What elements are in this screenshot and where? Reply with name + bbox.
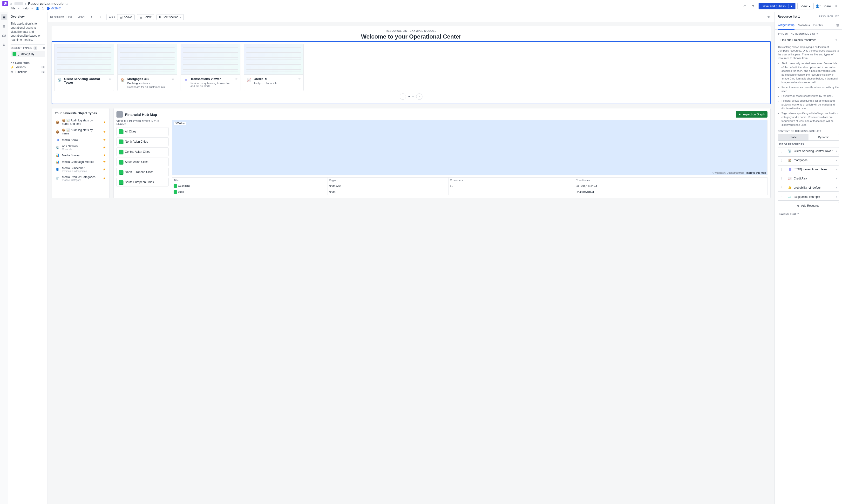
resource-list-item[interactable]: ⋮⋮ 🔔 probability_of_default › (778, 184, 839, 192)
bolt-icon: ⚡ (11, 66, 14, 69)
card-type-icon: ≡ (183, 77, 189, 83)
undo-button[interactable]: ↶ (741, 3, 748, 10)
carousel-dot[interactable] (409, 96, 410, 97)
menu-help[interactable]: Help (22, 7, 29, 10)
star-icon[interactable]: ★ (103, 168, 106, 171)
delete-section-button[interactable]: 🗑 (765, 14, 772, 20)
rp-delete-button[interactable]: 🗑 (836, 23, 839, 27)
move-up-button[interactable]: ↑ (88, 14, 95, 20)
type-select[interactable]: Files and Projects resources▾ (778, 37, 839, 43)
seg-static[interactable]: Static (778, 134, 808, 141)
star-icon[interactable]: ★ (103, 154, 106, 157)
object-type-chip[interactable]: [EMISV] City (11, 51, 45, 57)
person-plus-icon: 👤⁺ (815, 4, 821, 8)
improve-map-link[interactable]: Improve this map (746, 172, 766, 174)
region-item[interactable]: South Asian Cities (117, 158, 169, 166)
chevron-right-icon: › (836, 195, 837, 199)
tab-metadata[interactable]: Metadata (798, 21, 810, 30)
seg-dynamic[interactable]: Dynamic (808, 134, 839, 141)
favorite-item[interactable]: 🖥 Media Show ★ (55, 137, 106, 143)
resource-list-item[interactable]: ⋮⋮ 📡 Client Servicing Control Tower › (778, 147, 839, 155)
rail-page-icon[interactable]: ▣ (1, 14, 7, 20)
heading-text-label: HEADING TEXT (778, 213, 796, 215)
version-badge[interactable]: ✓ v0.29.0* (47, 7, 61, 10)
inspect-graph-button[interactable]: ✦ Inspect on Graph (736, 111, 768, 118)
content-segmented[interactable]: Static Dynamic (778, 134, 839, 141)
resource-card[interactable]: 📡 Client Servicing Control Tower ☆ (54, 43, 114, 91)
carousel-prev-button[interactable]: ‹ (400, 93, 406, 100)
drag-handle-icon[interactable]: ⋮⋮ (780, 177, 786, 180)
star-icon[interactable]: ☆ (235, 77, 238, 88)
right-panel: Resource list 1 RESOURCE LIST Widget set… (774, 12, 842, 504)
table-row[interactable]: LuttoNorth52.4681548441 (172, 189, 768, 195)
rail-layers-icon[interactable]: ☰ (1, 23, 7, 29)
region-item[interactable]: North European Cities (117, 168, 169, 176)
resource-cards-selected[interactable]: 📡 Client Servicing Control Tower ☆ 🏠 Mor… (52, 41, 771, 104)
star-icon[interactable]: ★ (103, 146, 106, 149)
menu-file[interactable]: File (11, 7, 15, 10)
resource-card[interactable]: 🏠 Mortgages 360 Banking: customer Dashbo… (117, 43, 177, 91)
resource-list-item[interactable]: ⋮⋮ ⎇ fsc pipeline example › (778, 193, 839, 201)
favorite-item[interactable]: 📦 📦 📊 Audit log stats by name and time ★ (55, 117, 106, 127)
drag-handle-icon[interactable]: ⋮⋮ (780, 186, 786, 190)
move-label: MOVE (78, 16, 86, 19)
breadcrumb-section[interactable] (15, 2, 23, 5)
carousel-next-button[interactable]: › (416, 93, 423, 100)
tab-widget-setup[interactable]: Widget setup (778, 21, 794, 30)
add-above-button[interactable]: ▤ Above (117, 14, 135, 20)
star-icon[interactable]: ☆ (172, 77, 175, 88)
favorite-item[interactable]: 📡 Ads NetworkChannels ★ (55, 143, 106, 152)
favorite-item[interactable]: 📦 📦 📊 Audit log stats by name ★ (55, 127, 106, 137)
rail-variables-icon[interactable]: (x) (1, 33, 7, 38)
drag-handle-icon[interactable]: ⋮⋮ (780, 168, 786, 171)
favorite-item[interactable]: 🛒 Media Product CategoriesProduct Catego… (55, 174, 106, 183)
map-view[interactable]: 3000 km © Mapbox © OpenStreetMap Improve… (172, 120, 768, 175)
drag-handle-icon[interactable]: ⋮⋮ (780, 195, 786, 199)
functions-row[interactable]: fx Functions 0 (11, 70, 45, 74)
actions-row[interactable]: ⚡ Actions 0 (11, 65, 45, 70)
rail-gear-icon[interactable]: ⚙ (1, 42, 7, 48)
favorite-item[interactable]: 📊 Media Survey ★ (55, 152, 106, 159)
help-icon[interactable]: ? (817, 33, 818, 35)
add-below-button[interactable]: ▤ Below (137, 14, 154, 20)
star-icon[interactable]: ☆ (108, 77, 111, 88)
building-icon (119, 180, 123, 184)
chevron-right-icon: › (25, 2, 26, 5)
favorite-item[interactable]: 👤 Media SubscriberPersona builder person… (55, 165, 106, 174)
resource-list-item[interactable]: ⋮⋮ 🏠 mortgages › (778, 156, 839, 164)
add-object-type-button[interactable]: ⊕ (43, 47, 45, 50)
move-down-button[interactable]: ↓ (97, 14, 104, 20)
save-publish-button[interactable]: Save and publish▾ (759, 3, 796, 10)
settings-icon[interactable]: ≡ (833, 3, 840, 10)
resource-card[interactable]: ≡ Transactions Viewer Review every banki… (181, 43, 240, 91)
resource-list-item[interactable]: ⋮⋮ ▦ [ROD] transactions_clean › (778, 165, 839, 173)
star-icon[interactable]: ★ (103, 160, 106, 164)
region-item[interactable]: South European Cities (117, 178, 169, 186)
chevron-down-icon[interactable]: ▾ (789, 4, 792, 8)
region-item[interactable]: All Cities (117, 127, 169, 136)
favorite-item[interactable]: 📊 Media Campaign Metrics ★ (55, 159, 106, 165)
region-item[interactable]: Central Asian Cities (117, 147, 169, 156)
tab-display[interactable]: Display (813, 21, 823, 30)
redo-button[interactable]: ↷ (750, 3, 757, 10)
view-button[interactable]: View ▸ (797, 3, 813, 10)
drag-handle-icon[interactable]: ⋮⋮ (780, 159, 786, 162)
drag-handle-icon[interactable]: ⋮⋮ (780, 149, 786, 153)
star-icon[interactable]: ☆ (65, 2, 68, 5)
star-icon[interactable]: ★ (103, 130, 106, 134)
table-header: Coordinates (574, 178, 767, 183)
table-row[interactable]: GuangzhoNorth Asia4523.1291,113.2644 (172, 183, 768, 189)
share-button[interactable]: 👤⁺ Share (815, 4, 831, 8)
star-icon[interactable]: ☆ (298, 77, 301, 88)
resource-list-item[interactable]: ⋮⋮ 📈 CreditRisk › (778, 175, 839, 182)
star-icon[interactable]: ★ (103, 138, 106, 142)
resource-card[interactable]: 📈 Credit Ri Analyze o financial r ☆ (244, 43, 304, 91)
region-item[interactable]: North Asian Cities (117, 137, 169, 146)
carousel-dot[interactable] (412, 96, 414, 97)
users-icon: 👤 (36, 7, 39, 10)
help-icon[interactable]: ? (797, 213, 799, 215)
add-resource-button[interactable]: ⊕ Add Resource (778, 202, 839, 209)
star-icon[interactable]: ★ (103, 121, 106, 124)
split-section-button[interactable]: ⊞ Split section ▾ (156, 14, 184, 20)
star-icon[interactable]: ★ (103, 177, 106, 180)
